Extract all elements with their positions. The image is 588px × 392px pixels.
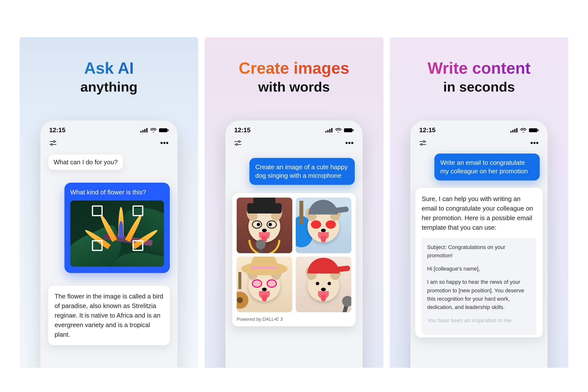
cellular-signal-icon [325, 128, 333, 132]
phone-mockup-2: 12:15 ••• Create an image of a cute happ… [225, 120, 363, 368]
panel-create-images: Create images with words 12:15 ••• [205, 37, 383, 368]
svg-rect-25 [537, 129, 538, 131]
heading-write-content: Write content in seconds [390, 59, 568, 95]
generated-image-2[interactable] [296, 198, 351, 253]
svg-point-29 [421, 144, 423, 146]
email-greeting: Hi [colleague's name], [427, 265, 531, 273]
heading-line1: Ask AI [20, 59, 198, 77]
wifi-icon [520, 128, 526, 132]
svg-point-19 [236, 144, 237, 146]
status-bar: 12:15 [225, 120, 363, 136]
generated-image-3[interactable] [237, 256, 292, 312]
attached-flower-image[interactable] [70, 200, 164, 267]
phone-toolbar: ••• [225, 136, 363, 150]
status-time: 12:15 [234, 126, 251, 134]
battery-icon [529, 128, 539, 132]
battery-icon [159, 128, 169, 132]
svg-rect-11 [327, 130, 329, 132]
heading-line2: with words [205, 79, 383, 95]
assistant-reply-intro: Sure, I can help you with writing an ema… [422, 194, 536, 232]
svg-rect-10 [325, 131, 327, 132]
heading-create-images: Create images with words [205, 59, 383, 95]
svg-rect-2 [144, 129, 146, 132]
email-body-2: You have been an inspiration to me [427, 316, 531, 325]
generated-image-1[interactable] [237, 198, 292, 253]
svg-rect-23 [516, 128, 517, 132]
svg-rect-20 [510, 131, 511, 132]
email-template-box: Subject: Congratulations on your promoti… [422, 238, 536, 335]
panel-write-content: Write content in seconds 12:15 ••• [390, 37, 568, 368]
assistant-greeting-bubble: What can I do for you? [48, 154, 123, 170]
heading-ask-ai: Ask AI anything [20, 59, 198, 95]
svg-rect-14 [344, 128, 352, 132]
status-bar: 12:15 [41, 120, 178, 136]
heading-line1: Write content [390, 59, 568, 77]
status-icons [140, 128, 169, 132]
svg-point-18 [238, 141, 240, 142]
assistant-answer-bubble: The flower in the image is called a bird… [48, 286, 170, 345]
image-generator-caption: Powered by DALL•E 3 [237, 316, 351, 322]
user-question-text: What kind of flower is this? [70, 188, 164, 196]
wifi-icon [335, 128, 342, 132]
svg-point-9 [51, 144, 53, 146]
cellular-signal-icon [140, 128, 148, 132]
phone-mockup-3: 12:15 ••• Write an email to congratulate… [410, 120, 547, 368]
svg-rect-22 [514, 129, 515, 132]
status-time: 12:15 [49, 126, 66, 134]
status-icons [510, 128, 539, 132]
settings-sliders-icon[interactable] [419, 140, 426, 146]
panel-ask-ai: Ask AI anything 12:15 [20, 37, 198, 368]
cellular-signal-icon [510, 128, 518, 132]
svg-rect-3 [146, 128, 148, 132]
status-time: 12:15 [419, 126, 436, 134]
svg-rect-13 [331, 128, 332, 132]
svg-point-28 [423, 141, 425, 142]
svg-rect-0 [140, 131, 142, 132]
heading-line1: Create images [205, 59, 383, 77]
heading-line2: anything [20, 79, 198, 95]
user-prompt-bubble: Write an email to congratulate my collea… [434, 154, 540, 180]
user-message-card: What kind of flower is this? [65, 183, 170, 273]
generated-images-card: Powered by DALL•E 3 [232, 193, 356, 326]
heading-line2: in seconds [390, 79, 568, 95]
assistant-reply-card: Sure, I can help you with writing an ema… [415, 188, 543, 338]
battery-icon [344, 128, 354, 132]
email-subject: Subject: Congratulations on your promoti… [427, 243, 531, 260]
user-prompt-bubble: Create an image of a cute happy dog sing… [249, 158, 355, 185]
svg-rect-12 [329, 129, 330, 132]
settings-sliders-icon[interactable] [49, 140, 57, 146]
wifi-icon [150, 128, 157, 132]
generated-image-4[interactable] [296, 256, 351, 312]
phone-toolbar: ••• [41, 136, 178, 150]
more-options-icon[interactable]: ••• [160, 139, 169, 147]
status-bar: 12:15 [410, 120, 547, 136]
svg-point-8 [53, 141, 55, 142]
email-body-1: I am so happy to hear the news of your p… [427, 278, 531, 311]
svg-rect-15 [353, 129, 354, 131]
more-options-icon[interactable]: ••• [345, 139, 354, 147]
svg-rect-21 [512, 130, 513, 132]
phone-toolbar: ••• [410, 136, 547, 150]
more-options-icon[interactable]: ••• [530, 139, 539, 147]
svg-rect-24 [529, 128, 537, 132]
svg-rect-1 [142, 130, 144, 132]
svg-rect-5 [168, 129, 169, 131]
svg-rect-4 [159, 128, 167, 132]
phone-mockup-1: 12:15 [41, 120, 178, 368]
status-icons [325, 128, 354, 132]
settings-sliders-icon[interactable] [234, 140, 242, 146]
